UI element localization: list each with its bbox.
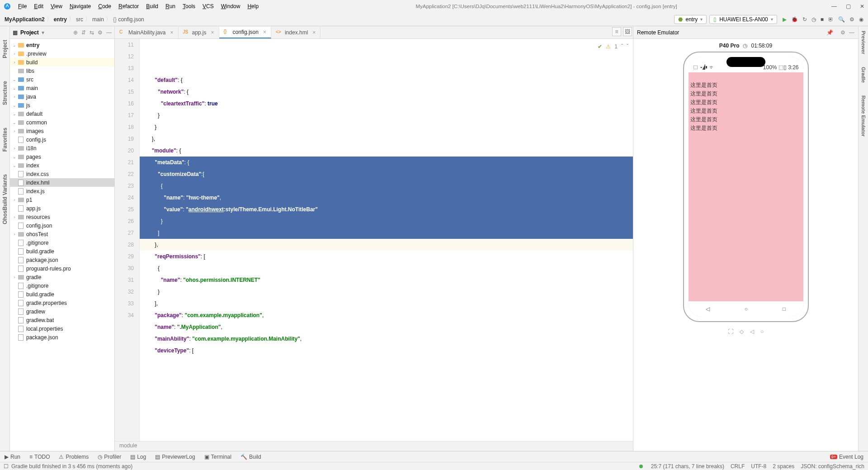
tree-node[interactable]: build.gradle: [10, 247, 114, 256]
bottom-tool-profiler[interactable]: ◷Profiler: [98, 454, 121, 460]
tab-MainAbility.java[interactable]: CMainAbility.java×: [115, 27, 179, 38]
left-tool-ohosbuild variants[interactable]: OhosBuild Variants: [2, 174, 8, 224]
attach-icon[interactable]: ⛨: [828, 16, 834, 23]
tree-node[interactable]: index.js: [10, 187, 114, 195]
bottom-tool-previewerlog[interactable]: ▤PreviewerLog: [155, 454, 195, 460]
left-tool-favorites[interactable]: Favorites: [2, 128, 8, 152]
tree-node[interactable]: config.js: [10, 135, 114, 144]
tree-node[interactable]: ›gradle: [10, 273, 114, 281]
back-tool-icon[interactable]: ◁: [750, 328, 754, 335]
tree-node[interactable]: ›ohosTest: [10, 230, 114, 238]
sync-icon[interactable]: ◉: [859, 16, 863, 23]
bottom-tool-log[interactable]: ▤Log: [130, 454, 146, 460]
nav-recent-icon[interactable]: □: [783, 306, 786, 312]
hide-icon[interactable]: —: [106, 29, 112, 36]
search-icon[interactable]: 🔍: [838, 16, 845, 23]
tree-node[interactable]: gradlew.bat: [10, 316, 114, 324]
collapse-icon[interactable]: ⇆: [90, 29, 94, 36]
menu-help[interactable]: Help: [245, 2, 261, 10]
menu-edit[interactable]: Edit: [31, 2, 46, 10]
crumb-4[interactable]: {} config.json: [113, 16, 144, 23]
right-tool-remote-emulator[interactable]: Remote Emulator: [861, 95, 866, 137]
profile-icon[interactable]: ◷: [811, 16, 816, 23]
tree-node[interactable]: libs: [10, 66, 114, 75]
menu-window[interactable]: Window: [218, 2, 243, 10]
menu-refactor[interactable]: Refactor: [116, 2, 142, 10]
stop-icon[interactable]: ■: [821, 16, 824, 23]
tree-node[interactable]: ⌄default: [10, 109, 114, 118]
left-tool-structure[interactable]: Structure: [2, 81, 8, 105]
gear-icon[interactable]: ⚙: [98, 29, 103, 36]
tree-node[interactable]: .gitignore: [10, 281, 114, 290]
locate-icon[interactable]: ⊕: [73, 29, 78, 36]
tree-node[interactable]: ›p1: [10, 195, 114, 204]
crop-icon[interactable]: ⛶: [728, 328, 733, 335]
tree-node[interactable]: ›resources: [10, 213, 114, 221]
tree-node[interactable]: ›.preview: [10, 49, 114, 58]
tree-node[interactable]: ⌄entry: [10, 41, 114, 49]
menu-build[interactable]: Build: [143, 2, 161, 10]
menu-file[interactable]: File: [15, 2, 29, 10]
crumb-2[interactable]: src: [76, 16, 83, 23]
crumb-1[interactable]: entry: [54, 16, 67, 23]
tree-node[interactable]: ›build: [10, 58, 114, 66]
inspection-widget[interactable]: ✔⚠1 ˆˇ: [598, 41, 628, 52]
tree-node[interactable]: local.properties: [10, 324, 114, 333]
debug-icon[interactable]: 🐞: [791, 16, 798, 23]
right-tool-gradle[interactable]: Gradle: [861, 67, 866, 83]
tree-node[interactable]: index.hml: [10, 178, 114, 187]
tree-node[interactable]: package.json: [10, 256, 114, 264]
tree-node[interactable]: proguard-rules.pro: [10, 264, 114, 273]
menu-run[interactable]: Run: [163, 2, 178, 10]
tree-node[interactable]: ›java: [10, 92, 114, 101]
emu-hide-icon[interactable]: —: [849, 29, 854, 36]
tree-node[interactable]: .gitignore: [10, 238, 114, 247]
bottom-tool-todo[interactable]: ≡TODO: [29, 454, 50, 460]
menu-navigate[interactable]: Navigate: [67, 2, 94, 10]
maximize-button[interactable]: ▢: [846, 3, 851, 9]
home-tool-icon[interactable]: ○: [760, 328, 764, 335]
nav-back-icon[interactable]: ◁: [706, 306, 710, 312]
right-tool-previewer[interactable]: Previewer: [861, 31, 866, 54]
device-combo[interactable]: ▯ HUAWEI ELS-AN00 ▾: [709, 15, 777, 24]
tree-node[interactable]: ⌄index: [10, 161, 114, 170]
project-label[interactable]: Project: [20, 29, 39, 36]
emu-gear-icon[interactable]: ⚙: [840, 29, 845, 36]
tree-node[interactable]: ⌄common: [10, 118, 114, 127]
tab-config.json[interactable]: {}config.json×: [219, 27, 271, 38]
crumb-0[interactable]: MyApplication2: [5, 16, 45, 23]
nav-home-icon[interactable]: ○: [745, 306, 748, 312]
menu-code[interactable]: Code: [95, 2, 114, 10]
minimize-button[interactable]: —: [831, 3, 837, 9]
tree-node[interactable]: ›i18n: [10, 144, 114, 152]
tree-node[interactable]: ⌄src: [10, 75, 114, 84]
tree-node[interactable]: app.js: [10, 204, 114, 213]
bottom-tool-run[interactable]: ▶Run: [5, 454, 20, 460]
tab-app.js[interactable]: JSapp.js×: [179, 27, 219, 38]
tree-node[interactable]: ⌄js: [10, 101, 114, 109]
tree-node[interactable]: gradlew: [10, 307, 114, 316]
bottom-tool-terminal[interactable]: ▣Terminal: [204, 454, 231, 460]
tree-node[interactable]: index.css: [10, 170, 114, 178]
event-log-button[interactable]: 9+ Event Log: [830, 454, 863, 460]
menu-tools[interactable]: Tools: [180, 2, 198, 10]
menu-vcs[interactable]: VCS: [200, 2, 217, 10]
image-view-icon[interactable]: 🖼: [623, 27, 632, 36]
tree-node[interactable]: gradle.properties: [10, 299, 114, 307]
bottom-tool-problems[interactable]: ⚠Problems: [59, 454, 89, 460]
tree-node[interactable]: config.json: [10, 221, 114, 230]
phone-screen[interactable]: ⬚ ▾◢▮ ᯤ100% ⬚▯ 3:26 这里是首页这里是首页这里是首页这里是首页…: [689, 57, 803, 317]
rotate-icon[interactable]: ◇: [740, 328, 744, 335]
left-tool-project[interactable]: Project: [2, 40, 8, 58]
settings-gear-icon[interactable]: ⚙: [849, 16, 854, 23]
tree-node[interactable]: ›images: [10, 127, 114, 135]
tree-node[interactable]: package.json: [10, 333, 114, 342]
code-editor[interactable]: ✔⚠1 ˆˇ "default": { "network": { "cleart…: [140, 39, 633, 441]
menu-view[interactable]: View: [48, 2, 65, 10]
list-view-icon[interactable]: ≡: [612, 27, 621, 36]
close-button[interactable]: ✕: [860, 3, 864, 9]
expand-icon[interactable]: ⇵: [81, 29, 86, 36]
crumb-3[interactable]: main: [92, 16, 104, 23]
tree-node[interactable]: ⌄main: [10, 84, 114, 92]
tab-index.hml[interactable]: <>index.hml×: [271, 27, 321, 38]
